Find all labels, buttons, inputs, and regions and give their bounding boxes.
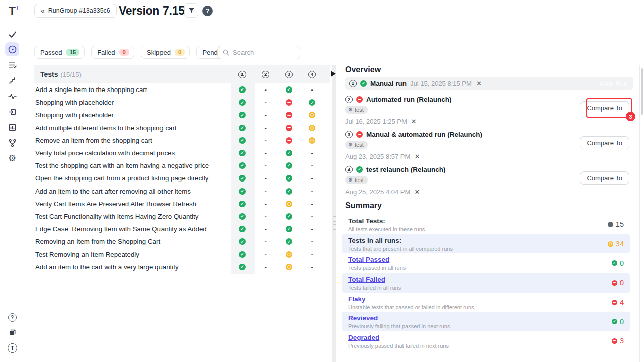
rungroup-back-button[interactable]: « RunGroup #13a335c6 — [34, 4, 117, 18]
status-cell: - — [301, 238, 325, 245]
run-block: 4test relaunch (Relaunch)⚙testAug 25, 20… — [345, 165, 633, 196]
chip-count-badge: 0 — [175, 49, 185, 56]
tag-label: test — [355, 177, 364, 183]
skipped-dot-icon — [309, 125, 315, 131]
no-run-dash: - — [265, 162, 267, 169]
help-button[interactable]: ? — [202, 6, 213, 16]
no-run-dash: - — [311, 263, 313, 271]
table-row[interactable]: Verify total price calculation with deci… — [34, 147, 330, 159]
run-tag-pill[interactable]: ⚙test — [345, 106, 368, 114]
compare-to-button[interactable]: Compare To — [580, 136, 629, 149]
skipped-dot-icon — [286, 201, 292, 207]
checks-nav-icon[interactable] — [0, 27, 24, 41]
summary-value: 15 — [608, 215, 624, 234]
tag-gear-icon: ⚙ — [348, 107, 353, 112]
passed-check-icon — [239, 188, 246, 195]
divider-grip-handle[interactable] — [333, 215, 336, 231]
table-row[interactable]: Remove an item from the shopping cart- — [34, 134, 330, 147]
passed-check-icon — [239, 99, 246, 106]
test-name: Open the shopping cart from a product li… — [34, 174, 230, 182]
docs-folders-icon[interactable] — [0, 325, 24, 339]
passed-check-icon — [239, 86, 246, 93]
table-row[interactable]: Removing an Item from the Shopping Cart-… — [34, 235, 330, 248]
status-cell — [277, 99, 301, 106]
compare-to-button[interactable]: Compare To — [580, 171, 629, 185]
no-run-dash: - — [311, 149, 313, 157]
chip-label: Skipped — [147, 49, 171, 56]
filter-button[interactable] — [184, 3, 198, 18]
remove-run-icon[interactable]: ✕ — [476, 80, 482, 87]
run-tag-pill[interactable]: ⚙test — [345, 176, 368, 184]
search-input[interactable] — [233, 49, 288, 56]
table-row[interactable]: Test Cart Functionality with Items Havin… — [34, 210, 330, 223]
run-column-header[interactable]: 1 — [230, 71, 254, 78]
import-nav-icon[interactable] — [0, 105, 24, 119]
test-plans-list-nav-icon[interactable] — [0, 58, 24, 72]
failed-minus-icon — [286, 112, 292, 118]
test-status-cells: - — [230, 137, 324, 144]
remove-run-icon[interactable]: ✕ — [411, 118, 417, 125]
reports-chart-nav-icon[interactable] — [0, 120, 24, 134]
run-date-row: Jul 16, 2025 1:25 PM✕ — [345, 117, 633, 125]
table-row[interactable]: Add multiple different items to the shop… — [34, 122, 330, 134]
status-cell: - — [254, 238, 278, 245]
runs-play-nav-icon[interactable] — [0, 42, 24, 56]
remove-run-icon[interactable]: ✕ — [414, 153, 420, 160]
summary-row: DegradedPreviously passed that failed in… — [342, 331, 630, 351]
chip-label: Failed — [97, 49, 115, 56]
settings-gear-nav-icon[interactable]: ⚙ — [0, 151, 24, 165]
summary-label: Total Tests: — [348, 217, 624, 225]
summary-link[interactable]: Degraded — [348, 333, 624, 342]
no-run-dash: - — [311, 174, 313, 182]
table-row[interactable]: Verify Cart Items Are Preserved After Br… — [34, 198, 330, 210]
run-column-header[interactable]: 3 — [277, 71, 301, 78]
compare-to-button[interactable]: Compare To — [580, 101, 629, 114]
summary-row: RevievedPreviously failing that passed i… — [342, 312, 630, 331]
summary-rows: Total Tests:All tests executed in these … — [342, 215, 630, 351]
filter-chip-passed[interactable]: Passed15 — [34, 46, 85, 59]
table-row[interactable]: Edge Case: Removing Item with Same Quant… — [34, 223, 330, 235]
panel-resize-divider[interactable] — [332, 65, 336, 362]
profile-logo-icon[interactable]: T — [0, 341, 24, 355]
table-row[interactable]: Test Removing an Item Repeatedly-- — [34, 248, 330, 260]
summary-link[interactable]: Revieved — [348, 314, 624, 322]
status-cell — [230, 86, 254, 94]
remove-run-icon[interactable]: ✕ — [414, 189, 420, 195]
pulse-nav-icon[interactable] — [0, 89, 24, 103]
main-run-row[interactable]: 1Manual runJul 15, 2025 8:15 PM✕Main Run — [345, 77, 633, 90]
collapse-panel-arrow-icon[interactable] — [331, 71, 336, 77]
tests-table-count: (15/15) — [61, 71, 82, 78]
summary-link[interactable]: Total Failed — [348, 275, 624, 284]
status-cell — [230, 149, 254, 157]
table-row[interactable]: Shopping with placeholder- — [34, 96, 330, 109]
search-box[interactable] — [217, 46, 300, 59]
tag-label: test — [355, 107, 364, 113]
help-nav-icon[interactable]: ? — [0, 310, 24, 324]
app-logo-icon[interactable]: T — [0, 4, 24, 18]
test-status-cells: - — [230, 99, 324, 106]
test-name: Add an item to the cart after removing a… — [34, 188, 230, 195]
run-tag-pill[interactable]: ⚙test — [345, 141, 368, 149]
run-column-header[interactable]: 4 — [301, 71, 325, 78]
summary-link[interactable]: Flaky — [348, 295, 624, 303]
branches-nav-icon[interactable] — [0, 136, 24, 150]
table-row[interactable]: Add an item to the cart with a very larg… — [34, 261, 330, 274]
filter-chip-failed[interactable]: Failed0 — [91, 46, 134, 59]
scrollbar-thumb[interactable] — [641, 68, 643, 115]
table-row[interactable]: Shopping with placeholder- — [34, 109, 330, 121]
table-row[interactable]: Add a single item to the shopping cart-- — [34, 83, 330, 96]
status-cell — [301, 137, 325, 144]
table-row[interactable]: Open the shopping cart from a product li… — [34, 172, 330, 185]
passed-check-icon — [286, 226, 292, 232]
steps-nav-icon[interactable] — [0, 73, 24, 87]
summary-link[interactable]: Total Passed — [348, 255, 624, 264]
passed-check-icon — [239, 162, 246, 169]
run-column-header[interactable]: 2 — [254, 71, 278, 78]
table-row[interactable]: Add an item to the cart after removing a… — [34, 185, 330, 198]
filter-chip-skipped[interactable]: Skipped0 — [141, 46, 190, 59]
summary-value: 4 — [612, 293, 624, 312]
run-date-row: Aug 25, 2025 4:04 PM✕ — [345, 188, 633, 196]
run-date: Aug 23, 2025 8:57 PM — [345, 153, 410, 160]
table-row[interactable]: Test the shopping cart with an item havi… — [34, 159, 330, 172]
no-run-dash: - — [265, 200, 267, 208]
